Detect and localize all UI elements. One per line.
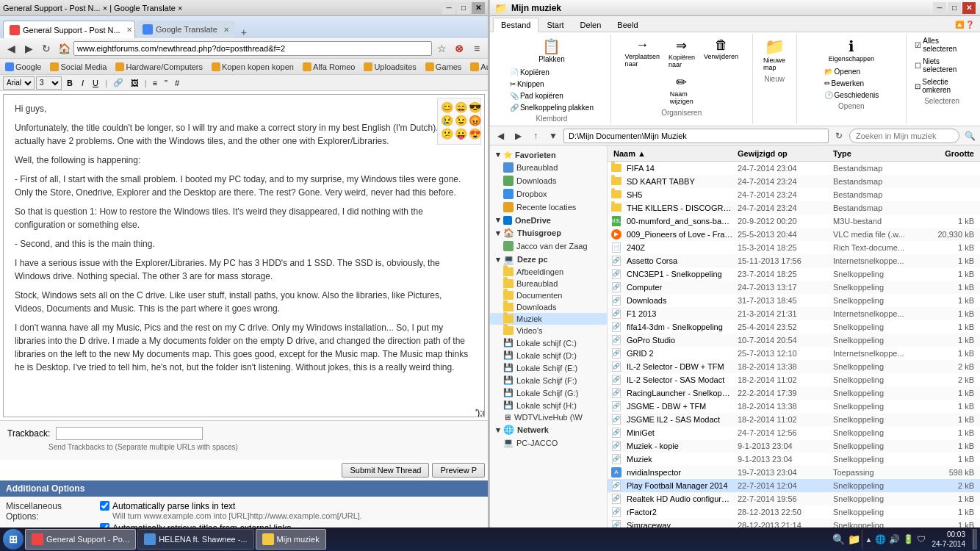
taskbar-search-icon[interactable]: 🔍 <box>832 533 845 545</box>
taskbar-item-explorer[interactable]: Mijn muziek <box>256 529 326 550</box>
submit-new-thread-button[interactable]: Submit New Thread <box>342 463 429 478</box>
explorer-address-bar[interactable] <box>563 129 829 143</box>
code-btn[interactable]: # <box>172 78 182 88</box>
explorer-close[interactable]: ✕ <box>962 2 976 14</box>
nieuwe-map-button[interactable]: 📁 Nieuwemap <box>760 35 789 73</box>
taskbar-item-helena[interactable]: HELENA ft. Shawnee -... <box>137 529 253 550</box>
bookmark-hardware[interactable]: Hardware/Computers <box>113 62 205 72</box>
bookmark-button[interactable]: ☆ <box>433 40 450 57</box>
home-button[interactable]: 🏠 <box>56 40 72 57</box>
bookmark-alfa[interactable]: Alfa Romeo <box>300 62 357 72</box>
sidebar-item-recente[interactable]: Recente locaties <box>490 201 607 214</box>
sidebar-netwerk-header[interactable]: ▾ 🌐 Netwerk <box>490 423 607 436</box>
trackback-input[interactable] <box>56 427 203 440</box>
file-row[interactable]: 🔗 Muziek 9-1-2013 23:04 Snelkoppeling 1 … <box>608 453 980 466</box>
smiley-wink[interactable]: 😉 <box>455 115 467 126</box>
ribbon-help-btn[interactable]: ❓ <box>965 21 974 29</box>
taskbar-folder-icon[interactable]: 📁 <box>848 533 860 545</box>
file-row[interactable]: 🔗 JSGME IL2 - SAS Modact 18-2-2014 11:02… <box>608 413 980 426</box>
sidebar-item-afbeeldingen[interactable]: Afbeeldingen <box>490 266 607 278</box>
file-row[interactable]: 🔗 F1 2013 21-3-2014 21:31 Internetsnelko… <box>608 307 980 320</box>
bewerken-button[interactable]: ✏ Bewerken <box>821 78 883 89</box>
file-row[interactable]: 🔗 JSGME - DBW + TFM 18-2-2014 13:38 Snel… <box>608 400 980 413</box>
sidebar-item-jacco[interactable]: Jacco van der Zaag <box>490 240 607 253</box>
sidebar-item-downloads[interactable]: Downloads <box>490 174 607 187</box>
preview-button[interactable]: Preview P <box>432 463 485 478</box>
sidebar-item-e[interactable]: 💾 Lokale Schijf (E:) <box>490 361 607 374</box>
file-row[interactable]: 🔗 GoPro Studio 10-7-2014 20:54 Snelkoppe… <box>608 334 980 347</box>
sidebar-item-d[interactable]: 💾 Lokale schijf (D:) <box>490 349 607 361</box>
smiley-tongue[interactable]: 😛 <box>455 128 467 140</box>
selectie-omkeren-button[interactable]: ⊡ Selectie omkeren <box>911 76 973 96</box>
forward-button[interactable]: ▶ <box>21 40 37 57</box>
system-clock[interactable]: 00:03 24-7-2014 <box>929 530 968 549</box>
smiley-cool[interactable]: 😎 <box>469 101 481 113</box>
kopiëren-naar-button[interactable]: ⇒ Kopiërennaar <box>665 35 699 71</box>
col-header-name[interactable]: Naam ▲ <box>610 149 735 158</box>
tray-network-icon[interactable]: 🌐 <box>875 534 886 544</box>
smiley-confused[interactable]: 😕 <box>441 128 453 140</box>
col-header-size[interactable]: Grootte <box>926 149 977 158</box>
bookmark-auto[interactable]: Automotive <box>468 62 488 72</box>
eigenschappen-button[interactable]: ℹ Eigenschappen <box>825 35 878 65</box>
explorer-search-input[interactable] <box>849 129 959 143</box>
file-row[interactable]: 📄 240Z 15-3-2014 18:25 Rich Text-docume.… <box>608 241 980 254</box>
list-btn[interactable]: ≡ <box>150 78 160 88</box>
file-row[interactable]: SD KAART TABBY 24-7-2014 23:24 Bestandsm… <box>608 175 980 188</box>
ribbon-tab-beeld[interactable]: Beeld <box>609 18 646 32</box>
browser-tab-active[interactable]: General Support - Post N... ✕ <box>3 21 135 38</box>
sidebar-item-g[interactable]: 💾 Lokale Schijf (G:) <box>490 386 607 399</box>
tab-close-1[interactable]: ✕ <box>126 26 132 34</box>
file-row[interactable]: SH5 24-7-2014 23:24 Bestandsmap <box>608 188 980 201</box>
pad-kopiëren-button[interactable]: 📎 Pad kopiëren <box>506 90 597 101</box>
col-header-date[interactable]: Gewijzigd op <box>735 149 830 158</box>
col-header-type[interactable]: Type <box>830 149 926 158</box>
bookmark-google[interactable]: Google <box>3 62 43 72</box>
taskbar-item-browser[interactable]: General Support - Po... <box>25 529 136 550</box>
sidebar-favorieten-header[interactable]: ▾ ⭐ Favorieten <box>490 148 607 161</box>
reload-button[interactable]: ↻ <box>38 40 54 57</box>
show-desktop-button[interactable] <box>973 529 977 550</box>
start-button[interactable]: ⊞ <box>3 529 24 550</box>
smiley-angry[interactable]: 😡 <box>469 115 481 126</box>
verplaatsen-button[interactable]: → Verplaatsennaar <box>621 35 663 71</box>
file-row[interactable]: 🔗 Muziek - kopie 9-1-2013 23:04 Snelkopp… <box>608 439 980 453</box>
explorer-minimize[interactable]: ─ <box>933 2 946 14</box>
sidebar-deze-pc-header[interactable]: ▾ 💻 Deze pc <box>490 253 607 266</box>
bookmark-kopen[interactable]: Kopen kopen kopen <box>209 62 296 72</box>
image-btn[interactable]: 🖼 <box>128 78 142 88</box>
file-row[interactable]: 🔗 fifa14-3dm - Snelkoppeling 25-4-2014 2… <box>608 320 980 334</box>
sidebar-item-videos[interactable]: Video's <box>490 325 607 336</box>
new-tab-button[interactable]: + <box>237 26 251 38</box>
tray-arrow[interactable]: ▲ <box>865 536 873 544</box>
kopiëren-button[interactable]: 📄 Kopiëren <box>506 67 597 78</box>
sidebar-item-h[interactable]: 💾 Lokale schijf (H:) <box>490 399 607 411</box>
font-select[interactable]: Arial <box>3 76 35 90</box>
sidebar-item-bureaublad[interactable]: Bureaublad <box>490 161 607 174</box>
sidebar-item-pc-jacco[interactable]: 💻 PC-JACCO <box>490 436 607 449</box>
smiley-sad[interactable]: 😢 <box>441 115 453 126</box>
explorer-refresh-button[interactable]: ↻ <box>832 129 846 143</box>
bookmark-social[interactable]: Social Media <box>48 62 109 72</box>
verwijderen-button[interactable]: 🗑 Verwijderen <box>700 35 742 71</box>
address-bar[interactable] <box>73 41 432 56</box>
sidebar-thuisgroep-header[interactable]: ▾ 🏠 Thuisgroep <box>490 226 607 240</box>
parse-links-checkbox[interactable] <box>100 501 109 511</box>
size-select[interactable]: 3 <box>36 76 62 90</box>
ribbon-minimize-btn[interactable]: 🔼 <box>955 21 964 29</box>
knippen-button[interactable]: ✂ Knippen <box>506 79 597 90</box>
smiley-heart[interactable]: 😍 <box>469 128 481 140</box>
browser-minimize[interactable]: ─ <box>442 2 455 14</box>
sidebar-item-bureaublad2[interactable]: Bureaublad <box>490 278 607 289</box>
bookmark-upload[interactable]: Uploadsites <box>361 62 418 72</box>
file-row[interactable]: 🔗 Computer 24-7-2013 13:17 Snelkoppeling… <box>608 281 980 294</box>
sidebar-item-dropbox[interactable]: Dropbox <box>490 187 607 201</box>
smiley-smile[interactable]: 😊 <box>441 101 453 113</box>
ribbon-tab-bestand[interactable]: Bestand <box>493 18 538 32</box>
explorer-recent-button[interactable]: ▼ <box>546 129 561 143</box>
file-row[interactable]: 🔗 IL-2 Selector - SAS Modact 18-2-2014 1… <box>608 373 980 386</box>
explorer-up-button[interactable]: ↑ <box>528 129 543 143</box>
tab-close-2[interactable]: ✕ <box>223 26 229 34</box>
file-row[interactable]: M3U 00-mumford_and_sons-babel-2012 20-9-… <box>608 215 980 228</box>
smiley-laugh[interactable]: 😄 <box>455 101 467 113</box>
